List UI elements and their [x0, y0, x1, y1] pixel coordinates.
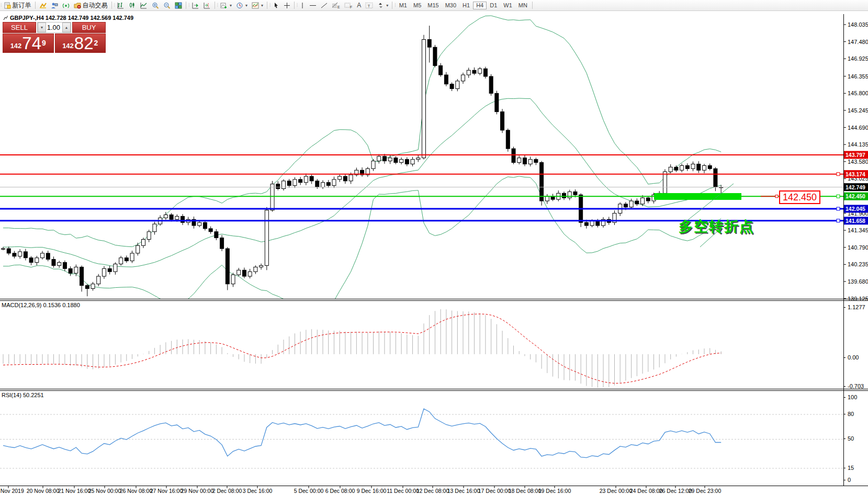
cursor-tool-button[interactable]: [271, 1, 281, 10]
svg-text:144.135: 144.135: [848, 141, 868, 148]
volume-value[interactable]: 1.00: [46, 22, 62, 32]
sell-price-big: 74: [22, 36, 41, 51]
channel-icon: F: [344, 2, 353, 9]
svg-text:18 Dec 08:00: 18 Dec 08:00: [509, 488, 542, 494]
green-zone-rectangle[interactable]: [654, 193, 741, 200]
price-callout-142450[interactable]: 142.450: [779, 190, 820, 204]
trendline-tool[interactable]: [319, 1, 330, 10]
buy-price-prefix: 142: [62, 41, 74, 51]
auto-scroll-button[interactable]: [190, 1, 201, 10]
svg-text:100: 100: [848, 394, 857, 400]
auto-trading-button[interactable]: 自动交易: [72, 1, 110, 10]
signals-button[interactable]: [60, 1, 72, 10]
svg-text:143.174: 143.174: [846, 171, 865, 177]
timeframe-H4[interactable]: H4: [473, 2, 487, 9]
signal-icon: [62, 2, 70, 9]
svg-text:29 Nov 00:00: 29 Nov 00:00: [181, 488, 214, 494]
svg-text:24 Dec 08:00: 24 Dec 08:00: [630, 488, 663, 494]
svg-text:147.480: 147.480: [848, 39, 868, 45]
svg-text:142.045: 142.045: [846, 206, 865, 212]
svg-text:12 Dec 08:00: 12 Dec 08:00: [416, 488, 449, 494]
zoom-out-button[interactable]: [161, 1, 173, 10]
symbol-ohlc-text: GBPJPY-,H4 142.728 142.749 142.569 142.7…: [10, 15, 133, 21]
indicators-button[interactable]: ▾: [218, 1, 234, 10]
svg-text:-0.703: -0.703: [848, 383, 864, 389]
timeframe-M5[interactable]: M5: [410, 1, 424, 10]
timeframe-MN[interactable]: MN: [515, 1, 531, 10]
timeframe-group: M1M5M15M30H1H4D1W1MN: [396, 1, 531, 10]
buy-button[interactable]: BUY: [72, 22, 106, 33]
svg-text:143.580: 143.580: [848, 159, 868, 165]
templates-icon: [252, 2, 259, 9]
symbol-chart-icon: [3, 16, 8, 20]
buy-price-pip: 2: [94, 34, 98, 52]
new-order-label: 新订单: [13, 1, 31, 10]
candlestick-mode-button[interactable]: [127, 1, 138, 10]
svg-text:139.125: 139.125: [848, 296, 868, 302]
svg-text:T: T: [368, 3, 370, 8]
vertical-line-icon: [300, 2, 305, 9]
bar-chart-mode-button[interactable]: [115, 1, 127, 10]
text-tool[interactable]: A: [355, 1, 363, 10]
text-label-tool[interactable]: T: [363, 1, 375, 10]
market-watch-button[interactable]: [37, 1, 49, 10]
svg-text:140.790: 140.790: [848, 244, 868, 251]
svg-text:23 Dec 00:00: 23 Dec 00:00: [600, 488, 633, 494]
time-axis[interactable]: 19 Nov 201920 Nov 08:0021 Nov 16:0025 No…: [0, 486, 721, 494]
svg-text:15: 15: [848, 465, 854, 471]
chart-canvas[interactable]: 148.035147.480146.925146.355145.800145.2…: [0, 0, 868, 495]
periods-button[interactable]: ▾: [234, 1, 250, 10]
sell-price[interactable]: 142 74 9: [3, 33, 54, 53]
templates-button[interactable]: ▾: [250, 1, 265, 10]
timeframe-D1[interactable]: D1: [487, 1, 500, 10]
svg-text:17 Dec 00:00: 17 Dec 00:00: [478, 488, 511, 494]
new-order-button[interactable]: 新订单: [2, 1, 33, 10]
svg-text:E: E: [337, 5, 340, 9]
timeframe-W1[interactable]: W1: [500, 1, 515, 10]
text-label-icon: T: [365, 2, 373, 9]
svg-text:141.658: 141.658: [846, 218, 865, 224]
svg-text:26 Dec 12:00: 26 Dec 12:00: [659, 488, 692, 494]
channel-tool[interactable]: F: [342, 1, 355, 10]
toolbar-grip: ⁞: [1, 3, 2, 8]
mt4-window: 148.035147.480146.925146.355145.800145.2…: [0, 0, 868, 495]
annotation-text[interactable]: 多空转折点: [679, 217, 754, 236]
chart-shift-button[interactable]: [201, 1, 213, 10]
volume-field[interactable]: ▼ 1.00 ▲: [37, 22, 71, 33]
svg-text:143.797: 143.797: [846, 152, 865, 158]
svg-text:9 Dec 16:00: 9 Dec 16:00: [357, 488, 387, 494]
fibonacci-tool[interactable]: E: [330, 1, 342, 10]
macd-label: MACD(12,26,9) 0.1536 0.1880: [2, 302, 80, 308]
svg-text:142.450: 142.450: [846, 193, 865, 199]
crosshair-tool-button[interactable]: [281, 1, 292, 10]
one-click-trading-panel: SELL ▼ 1.00 ▲ BUY 142 74 9 142 82 2: [3, 22, 106, 53]
zoom-in-button[interactable]: [150, 1, 161, 10]
line-chart-mode-button[interactable]: [138, 1, 150, 10]
svg-text:5 Dec 00:00: 5 Dec 00:00: [294, 488, 324, 494]
arrows-icon: [377, 2, 384, 9]
chart-shift-icon: [204, 2, 211, 9]
horizontal-line-tool[interactable]: [307, 1, 319, 10]
volume-increase-button[interactable]: ▲: [62, 22, 71, 32]
terminal-user-icon: [51, 2, 58, 9]
sell-button[interactable]: SELL: [3, 22, 36, 33]
buy-price[interactable]: 142 82 2: [55, 33, 106, 53]
price-axis[interactable]: 148.035147.480146.925146.355145.800145.2…: [843, 21, 868, 483]
toolbar: ⁞ 新订单 自动交易 ⁞ ⁞ ⁞ ▾ ▾ ▾ ⁞ ⁞ E: [0, 0, 868, 11]
new-order-icon: [4, 2, 11, 9]
svg-text:27 Nov 16:00: 27 Nov 16:00: [150, 488, 183, 494]
candlestick-icon: [129, 2, 136, 9]
timeframe-M30[interactable]: M30: [442, 1, 459, 10]
tile-windows-button[interactable]: [173, 1, 184, 10]
timeframe-M15[interactable]: M15: [424, 1, 442, 10]
vertical-line-tool[interactable]: [298, 1, 307, 10]
timeframe-H1[interactable]: H1: [459, 1, 473, 10]
volume-decrease-button[interactable]: ▼: [38, 22, 46, 32]
market-watch-icon: [39, 2, 47, 9]
arrows-tool[interactable]: ▾: [375, 1, 390, 10]
svg-text:139.680: 139.680: [848, 278, 868, 285]
svg-text:F: F: [350, 5, 352, 9]
terminal-button[interactable]: [49, 1, 60, 10]
timeframe-M1[interactable]: M1: [396, 1, 410, 10]
svg-text:0.00: 0.00: [848, 354, 859, 361]
